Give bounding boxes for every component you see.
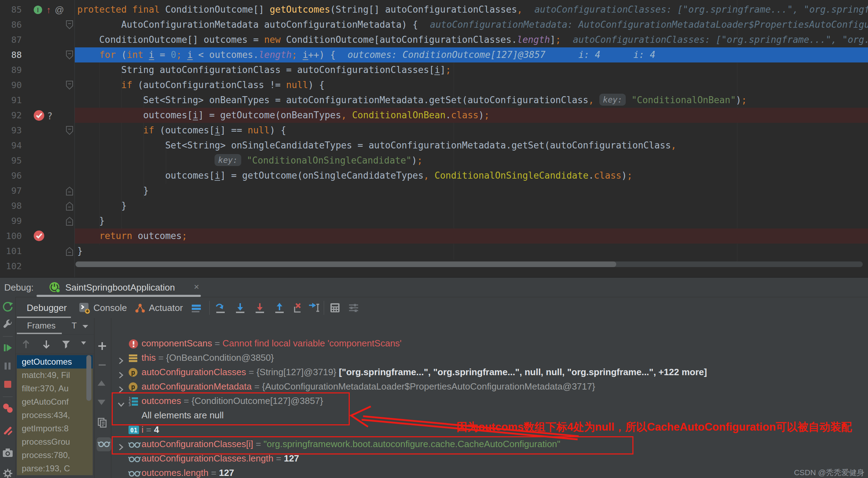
code-line-90[interactable]: if (autoConfigurationClass != null) {	[75, 78, 868, 93]
frame-row[interactable]: getAutoConf	[17, 395, 93, 409]
chevron-down-icon[interactable]	[79, 339, 88, 348]
tab-debugger[interactable]: Debugger	[27, 297, 67, 318]
line-number: 95	[0, 153, 22, 168]
inlay-hint-chip: key:	[215, 154, 241, 166]
gear-icon[interactable]	[2, 467, 14, 478]
fold-close-icon[interactable]	[65, 216, 74, 227]
stop-icon[interactable]	[2, 378, 14, 390]
settings-sliders-icon[interactable]	[348, 302, 359, 313]
tab-actuator[interactable]: Actuator	[149, 297, 183, 318]
code-line-100[interactable]: return outcomes;	[75, 228, 868, 244]
resume-icon[interactable]	[2, 342, 14, 354]
force-step-into-icon[interactable]	[254, 302, 265, 313]
fold-close-icon[interactable]	[65, 246, 74, 258]
code-line-95[interactable]: key: "ConditionalOnSingleCandidate");	[75, 153, 868, 168]
frame-up-icon[interactable]	[20, 339, 32, 351]
code-line-101[interactable]: }	[75, 244, 868, 259]
pause-icon[interactable]	[2, 360, 14, 372]
variable-row[interactable]: this = {OnBeanCondition@3850}	[111, 351, 868, 365]
fold-open-icon[interactable]	[65, 126, 74, 137]
frames-tab-underline	[17, 333, 62, 334]
frames-scrollbar[interactable]	[86, 355, 91, 401]
code-line-97[interactable]: }	[75, 183, 868, 198]
fold-open-icon[interactable]	[65, 20, 74, 31]
fold-open-icon[interactable]	[65, 80, 74, 92]
tab-console[interactable]: Console	[93, 297, 127, 318]
code-line-86[interactable]: AutoConfigurationMetadata autoConfigurat…	[75, 17, 868, 32]
code-line-94[interactable]: Set<String> onSingleCandidateTypes = aut…	[75, 138, 868, 153]
move-up-icon[interactable]	[97, 379, 106, 389]
drop-frame-icon[interactable]	[292, 302, 303, 313]
chevron-down-icon[interactable]	[81, 323, 89, 331]
evaluate-expression-icon[interactable]	[329, 302, 341, 313]
code-line-93[interactable]: if (outcomes[i] == null) {	[75, 123, 868, 138]
line-number: 85	[0, 2, 22, 17]
copy-icon[interactable]	[97, 417, 108, 430]
breakpoint-icon[interactable]	[33, 229, 46, 244]
view-breakpoints-icon[interactable]	[2, 402, 14, 414]
editor-gutter[interactable]: 85I↑@86878889909192?93949596979899100101…	[0, 0, 75, 277]
code-line-89[interactable]: String autoConfigurationClass = autoConf…	[75, 62, 868, 78]
frame-down-icon[interactable]	[41, 339, 52, 351]
step-over-icon[interactable]	[235, 302, 246, 313]
rerun-debug-icon[interactable]	[2, 301, 14, 313]
variable-text: autoConfigurationClasses = {String[127]@…	[142, 365, 707, 379]
scrollbar-thumb[interactable]	[75, 261, 616, 267]
wrench-icon[interactable]	[2, 319, 14, 331]
line-number: 99	[0, 213, 22, 228]
run-to-cursor-icon[interactable]	[308, 302, 320, 313]
fold-close-icon[interactable]	[65, 186, 74, 197]
frame-row[interactable]: match:49, Fil	[17, 369, 93, 382]
frames-title[interactable]: Frames	[27, 321, 55, 331]
add-watch-icon[interactable]	[97, 340, 108, 353]
show-execution-point-icon[interactable]	[215, 302, 226, 313]
code-line-92[interactable]: outcomes[i] = getOutcome(onBeanTypes, Co…	[75, 108, 868, 123]
annotation-box-outcomes	[112, 392, 350, 425]
frame-row[interactable]: process:434,	[17, 409, 93, 422]
move-down-icon[interactable]	[97, 398, 106, 408]
remove-watch-icon[interactable]	[97, 359, 108, 372]
override-method-icon[interactable]: I↑@	[33, 4, 68, 18]
fold-close-icon[interactable]	[65, 201, 74, 212]
frame-row[interactable]: parse:193, C	[17, 462, 93, 475]
view-menu-icon[interactable]	[190, 302, 202, 313]
watch-value-icon	[128, 468, 141, 478]
actuator-icon[interactable]	[134, 302, 145, 313]
line-number: 92	[0, 108, 22, 123]
console-icon[interactable]	[79, 302, 90, 313]
thread-selector[interactable]: T	[72, 321, 77, 331]
frame-row[interactable]: processGrou	[17, 435, 93, 449]
code-line-85[interactable]: protected final ConditionOutcome[] getOu…	[75, 2, 868, 17]
frame-row[interactable]: getOutcomes	[17, 355, 93, 369]
annotation-box-watch	[112, 436, 633, 454]
horizontal-scrollbar[interactable]	[75, 261, 863, 267]
step-out-icon[interactable]	[274, 302, 285, 313]
conditional-breakpoint-icon[interactable]: ?	[33, 108, 53, 124]
code-line-87[interactable]: ConditionOutcome[] outcomes = new Condit…	[75, 32, 868, 47]
code-line-98[interactable]: }	[75, 198, 868, 213]
variable-row[interactable]: pautoConfigurationClasses = {String[127]…	[111, 365, 868, 379]
line-number: 96	[0, 168, 22, 183]
frame-row[interactable]: getImports:8	[17, 422, 93, 435]
separator	[209, 301, 210, 315]
frame-row[interactable]: process:780,	[17, 449, 93, 462]
frames-toolbar	[15, 334, 94, 354]
frames-list[interactable]: getOutcomesmatch:49, Filfilter:370, Auge…	[15, 354, 94, 478]
code-line-99[interactable]: }	[75, 213, 868, 228]
filter-icon[interactable]	[60, 339, 72, 351]
variable-row[interactable]: componentScans = Cannot find local varia…	[111, 336, 868, 351]
code-line-88[interactable]: for (int i = 0; i < outcomes.length; i++…	[75, 47, 868, 62]
run-config-tab[interactable]: SaintSpringbootApplication	[65, 282, 175, 293]
code-line-91[interactable]: Set<String> onBeanTypes = autoConfigurat…	[75, 93, 868, 108]
close-tab-icon[interactable]: ×	[194, 281, 199, 292]
camera-icon[interactable]	[2, 447, 14, 459]
variable-row[interactable]: pautoConfigurationMetadata = {AutoConfig…	[111, 379, 868, 394]
show-watches-icon[interactable]	[97, 437, 111, 451]
frame-row[interactable]: filter:370, Au	[17, 382, 93, 395]
code-line-96[interactable]: outcomes[i] = getOutcome(onSingleCandida…	[75, 168, 868, 183]
fold-open-icon[interactable]	[65, 50, 74, 61]
svg-text:@: @	[55, 5, 64, 15]
variable-row[interactable]: outcomes.length = 127	[111, 466, 868, 478]
mute-breakpoints-icon[interactable]	[2, 425, 14, 437]
code-editor[interactable]: protected final ConditionOutcome[] getOu…	[0, 0, 868, 277]
